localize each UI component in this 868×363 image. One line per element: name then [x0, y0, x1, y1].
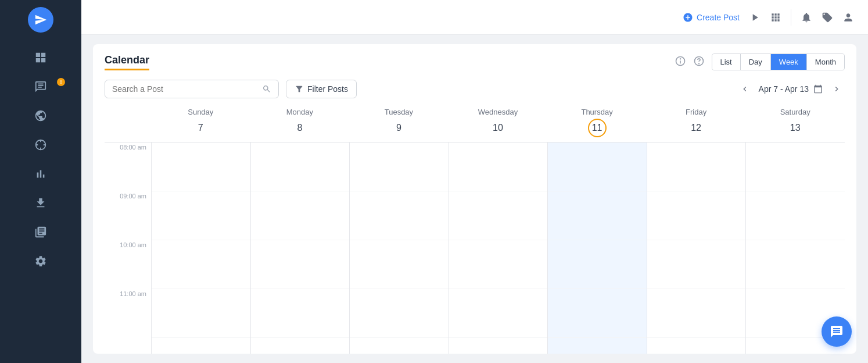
- tab-week[interactable]: Week: [771, 54, 807, 70]
- svg-point-2: [680, 58, 680, 59]
- filter-icon: [295, 84, 304, 94]
- header-right: List Day Week Month: [675, 54, 845, 70]
- sidebar-item-support[interactable]: [0, 130, 81, 159]
- next-week-button[interactable]: [828, 81, 845, 97]
- chat-button[interactable]: [822, 316, 852, 347]
- apps-button[interactable]: [770, 12, 781, 23]
- sidebar: !: [0, 0, 81, 363]
- time-cell[interactable]: [647, 191, 746, 240]
- time-cell[interactable]: [647, 143, 746, 191]
- time-cell[interactable]: [548, 191, 647, 240]
- time-cell[interactable]: [548, 143, 647, 191]
- chevron-left-icon: [740, 84, 749, 94]
- grid-icon: [34, 51, 47, 64]
- info-button[interactable]: [675, 55, 686, 69]
- calendar-card: Calendar List Day Week Month: [93, 44, 856, 354]
- time-cell[interactable]: [251, 191, 350, 240]
- support-icon: [34, 138, 47, 151]
- time-cell[interactable]: [350, 143, 449, 191]
- analytics-icon: [34, 168, 47, 180]
- calendar-grid: Sunday 7 Monday 8 Tuesday 9 Wednesday 10: [105, 108, 845, 354]
- tab-month[interactable]: Month: [807, 54, 844, 70]
- time-cell[interactable]: [152, 240, 250, 289]
- create-post-button[interactable]: Create Post: [683, 12, 740, 23]
- time-row-10am: 10:00 am: [105, 240, 151, 289]
- day-header-saturday: Saturday 13: [745, 108, 845, 137]
- date-range-text: Apr 7 - Apr 13: [759, 84, 809, 94]
- filter-button[interactable]: Filter Posts: [286, 80, 357, 98]
- time-cell[interactable]: [251, 240, 350, 289]
- library-icon: [34, 226, 47, 239]
- connect-icon: [34, 109, 47, 122]
- sidebar-item-analytics[interactable]: [0, 159, 81, 188]
- play-icon: [749, 12, 761, 23]
- time-label-11am: 11:00 am: [105, 289, 151, 297]
- posts-badge: !: [57, 78, 65, 86]
- time-row-11am: 11:00 am: [105, 289, 151, 338]
- day-col-monday: [250, 143, 350, 354]
- time-cell[interactable]: [449, 289, 548, 338]
- calendar-title-wrap: Calendar: [105, 54, 149, 70]
- app-logo[interactable]: [28, 7, 53, 33]
- time-cell[interactable]: [746, 240, 845, 289]
- search-icon: [262, 84, 271, 94]
- prev-week-button[interactable]: [737, 81, 753, 97]
- time-grid: 08:00 am 09:00 am 10:00 am 11:00 am: [105, 143, 845, 354]
- time-cell[interactable]: [350, 289, 449, 338]
- help-button[interactable]: [693, 55, 705, 69]
- time-cell[interactable]: [548, 289, 647, 338]
- sidebar-item-library[interactable]: [0, 218, 81, 247]
- sidebar-item-import[interactable]: [0, 188, 81, 218]
- tag-icon: [822, 12, 833, 23]
- calendar-title: Calendar: [105, 54, 149, 70]
- time-cell[interactable]: [251, 289, 350, 338]
- topbar-divider: [791, 9, 791, 26]
- sidebar-item-posts[interactable]: !: [0, 72, 81, 101]
- day-col-tuesday: [349, 143, 449, 354]
- import-icon: [34, 197, 47, 209]
- sidebar-item-dashboard[interactable]: [0, 43, 81, 72]
- time-cell[interactable]: [647, 240, 746, 289]
- user-icon: [842, 12, 854, 23]
- time-cell[interactable]: [746, 143, 845, 191]
- time-cell[interactable]: [152, 289, 250, 338]
- search-input[interactable]: [112, 84, 257, 94]
- nav-controls: Apr 7 - Apr 13: [737, 81, 845, 97]
- apps-icon: [770, 12, 781, 23]
- sidebar-item-settings[interactable]: [0, 247, 81, 276]
- play-button[interactable]: [749, 12, 761, 23]
- time-row-8am: 08:00 am: [105, 143, 151, 191]
- notifications-button[interactable]: [801, 12, 812, 23]
- time-cell[interactable]: [746, 191, 845, 240]
- day-header-wednesday: Wednesday 10: [449, 108, 548, 137]
- time-cell[interactable]: [449, 143, 548, 191]
- time-cell[interactable]: [647, 289, 746, 338]
- day-columns: [151, 143, 845, 354]
- day-header-tuesday: Tuesday 9: [349, 108, 449, 137]
- time-cell[interactable]: [350, 191, 449, 240]
- calendar-icon: [813, 84, 823, 94]
- bell-icon: [801, 12, 812, 23]
- time-cell[interactable]: [152, 191, 250, 240]
- send-icon: [34, 13, 47, 26]
- time-cell[interactable]: [152, 143, 250, 191]
- day-col-thursday: [547, 143, 647, 354]
- time-label-9am: 09:00 am: [105, 191, 151, 200]
- time-label-8am: 08:00 am: [105, 143, 151, 151]
- time-cell[interactable]: [449, 191, 548, 240]
- chat-icon: [830, 325, 844, 339]
- time-cell[interactable]: [449, 240, 548, 289]
- time-cell[interactable]: [350, 240, 449, 289]
- search-box[interactable]: [105, 80, 279, 98]
- tab-list[interactable]: List: [712, 54, 741, 70]
- topbar: Create Post: [81, 0, 868, 35]
- create-post-label: Create Post: [697, 13, 740, 22]
- time-cell[interactable]: [548, 240, 647, 289]
- tag-button[interactable]: [822, 12, 833, 23]
- time-cell[interactable]: [251, 143, 350, 191]
- view-tabs: List Day Week Month: [712, 54, 845, 70]
- info-icon: [675, 55, 686, 67]
- user-button[interactable]: [842, 12, 854, 23]
- tab-day[interactable]: Day: [741, 54, 771, 70]
- sidebar-item-connect[interactable]: [0, 101, 81, 130]
